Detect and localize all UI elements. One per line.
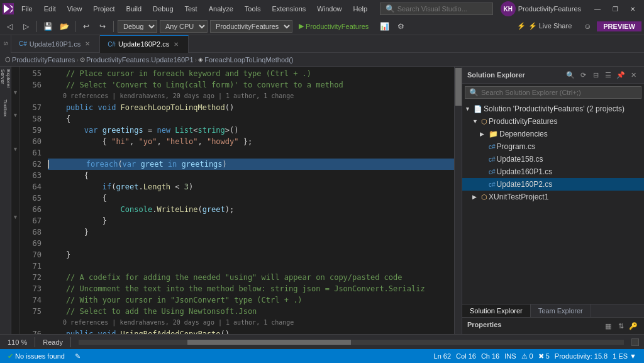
se-settings-icon[interactable]: ☰ bbox=[602, 69, 614, 81]
platform-select[interactable]: Any CPU bbox=[160, 20, 208, 33]
status-pencil[interactable]: ✎ bbox=[72, 349, 83, 363]
se-pin-icon[interactable]: 📌 bbox=[615, 69, 626, 81]
status-col[interactable]: Col 16 bbox=[453, 349, 479, 363]
maximize-button[interactable]: ❐ bbox=[606, 0, 624, 18]
se-search-box[interactable]: 🔍 bbox=[465, 86, 641, 99]
prop-key-icon[interactable]: 🔑 bbox=[628, 320, 639, 332]
menu-analyze[interactable]: Analyze bbox=[204, 4, 238, 14]
status-ch[interactable]: Ch 16 bbox=[479, 349, 502, 363]
server-explorer-toggle[interactable]: S bbox=[0, 35, 11, 53]
tree-update158-cs[interactable]: ▶ c# Update158.cs bbox=[462, 153, 644, 165]
menu-window[interactable]: Window bbox=[312, 4, 347, 14]
tab-update160p2[interactable]: C# Update160P2.cs ✕ bbox=[100, 35, 189, 53]
global-search-box[interactable]: 🔍 bbox=[380, 3, 493, 15]
run-button[interactable]: ▶ ProductivityFeatures bbox=[295, 21, 372, 31]
line-num-55: 55 bbox=[20, 68, 42, 79]
status-ready: Ready bbox=[40, 338, 65, 346]
code-line-ref1: 0 references | kendrahavens, 20 days ago… bbox=[48, 91, 454, 102]
undo-button[interactable]: ↩ bbox=[79, 20, 93, 33]
status-ins-mode[interactable]: INS bbox=[502, 349, 518, 363]
tab-team-explorer[interactable]: Team Explorer bbox=[531, 304, 591, 317]
menu-debug[interactable]: Debug bbox=[148, 4, 178, 14]
startup-project-select[interactable]: ProductivityFeatures bbox=[210, 20, 292, 33]
editor-scrollbar[interactable] bbox=[454, 67, 462, 334]
menu-project[interactable]: Project bbox=[88, 4, 119, 14]
menu-tools[interactable]: Tools bbox=[240, 4, 266, 14]
horizontal-scrollbar[interactable] bbox=[79, 340, 624, 345]
status-bar: ✔ No issues found ✎ Ln 62 Col 16 Ch 16 I… bbox=[0, 349, 644, 363]
project-status-label: Productivity: 15.8 bbox=[555, 352, 608, 360]
status-project-label[interactable]: Productivity: 15.8 bbox=[552, 349, 610, 363]
menu-view[interactable]: View bbox=[62, 4, 87, 14]
close-button[interactable]: ✕ bbox=[624, 0, 641, 18]
live-share-button[interactable]: ⚡ ⚡ Live Share bbox=[513, 22, 576, 30]
se-search-input[interactable] bbox=[481, 89, 637, 96]
window-controls: — ❐ ✕ bbox=[589, 0, 641, 18]
se-sync-icon[interactable]: ⟳ bbox=[577, 69, 589, 81]
breadcrumb-root[interactable]: ProductivityFeatures bbox=[12, 56, 75, 64]
minimize-button[interactable]: — bbox=[589, 0, 606, 18]
fold-btn-59[interactable]: ▼ bbox=[13, 112, 18, 118]
status-no-issues[interactable]: ✔ No issues found bbox=[5, 349, 67, 363]
code-editor[interactable]: // Place cursor in foreach keyword and t… bbox=[45, 67, 454, 334]
status-position[interactable]: Ln 62 bbox=[431, 349, 454, 363]
global-search-input[interactable] bbox=[397, 5, 486, 13]
menu-file[interactable]: File bbox=[16, 4, 38, 14]
fold-btn-62[interactable]: ▼ bbox=[13, 146, 18, 152]
tree-dependencies[interactable]: ▶ 📁 Dependencies bbox=[462, 128, 644, 140]
tab-update160p1[interactable]: C# Update160P1.cs ✕ bbox=[11, 35, 100, 53]
redo-button[interactable]: ↪ bbox=[96, 20, 109, 33]
se-search-icon[interactable]: 🔍 bbox=[565, 69, 576, 81]
status-warnings[interactable]: ⚠ 0 bbox=[519, 349, 536, 363]
tree-update160p1-cs[interactable]: ▶ c# Update160P1.cs bbox=[462, 165, 644, 178]
menu-edit[interactable]: Edit bbox=[39, 4, 61, 14]
fold-btn-76[interactable]: ▼ bbox=[13, 214, 18, 220]
prop-grid-icon[interactable]: ▦ bbox=[602, 320, 614, 332]
tab-close-2[interactable]: ✕ bbox=[172, 40, 180, 48]
editor-area[interactable]: ▼ ▼ ▼ ▼ 55 56 57 58 59 60 61 62 63 64 65… bbox=[11, 67, 462, 334]
tab-solution-explorer[interactable]: Solution Explorer bbox=[462, 304, 531, 317]
status-lang[interactable]: 1 ES ▼ bbox=[610, 349, 639, 363]
scrollbar-thumb-v[interactable] bbox=[455, 68, 462, 106]
feedback-button[interactable]: ☺ bbox=[580, 20, 594, 33]
back-button[interactable]: ◁ bbox=[3, 20, 16, 33]
debug-config-select[interactable]: Debug bbox=[118, 20, 157, 33]
status-errors[interactable]: ✖ 5 bbox=[536, 349, 552, 363]
se-search-icon-inner: 🔍 bbox=[469, 88, 479, 97]
status-text: No issues found bbox=[15, 352, 65, 360]
tree-program-cs[interactable]: ▶ c# Program.cs bbox=[462, 140, 644, 153]
tree-update160p2-cs[interactable]: ▶ c# Update160P2.cs bbox=[462, 178, 644, 191]
tree-solution[interactable]: ▼ 📄 Solution 'ProductivityFeatures' (2 p… bbox=[462, 103, 644, 115]
chevron-down-icon: ▼ bbox=[465, 106, 472, 112]
prop-sort-icon[interactable]: ⇅ bbox=[615, 320, 626, 332]
fold-btn-57[interactable]: ▼ bbox=[13, 89, 18, 96]
save-button[interactable]: 💾 bbox=[41, 20, 55, 33]
tree-xunit-project[interactable]: ▶ ⬡ XUnitTestProject1 bbox=[462, 191, 644, 203]
zoom-control[interactable]: 110 % bbox=[5, 338, 30, 346]
user-avatar: KH bbox=[501, 1, 516, 16]
line-num-ref1 bbox=[20, 91, 42, 102]
server-explorer-icon[interactable]: Server Explorer bbox=[1, 69, 11, 94]
menu-help[interactable]: Help bbox=[348, 4, 372, 14]
breadcrumb-class[interactable]: ProductivityFeatures.Update160P1 bbox=[86, 56, 194, 64]
diagnostics-button[interactable]: 📊 bbox=[377, 20, 391, 33]
menu-test[interactable]: Test bbox=[180, 4, 203, 14]
menu-extensions[interactable]: Extensions bbox=[267, 4, 311, 14]
preview-button[interactable]: PREVIEW bbox=[597, 21, 641, 31]
title-bar: File Edit View Project Build Debug Test … bbox=[0, 0, 644, 18]
tab-close-1[interactable]: ✕ bbox=[83, 40, 92, 48]
warning-count: 0 bbox=[530, 352, 533, 360]
menu-build[interactable]: Build bbox=[121, 4, 147, 14]
toolbox-icon[interactable]: Toolbox bbox=[1, 96, 11, 121]
se-collapse-icon[interactable]: ⊟ bbox=[590, 69, 601, 81]
chevron-right-icon-2: ▶ bbox=[472, 194, 480, 200]
settings-button[interactable]: ⚙ bbox=[394, 20, 408, 33]
tree-project-main[interactable]: ▼ ⬡ ProductivityFeatures bbox=[462, 115, 644, 128]
open-button[interactable]: 📂 bbox=[57, 20, 71, 33]
se-close-icon[interactable]: ✕ bbox=[628, 69, 639, 81]
forward-button[interactable]: ▷ bbox=[19, 20, 33, 33]
ins-label: INS bbox=[504, 352, 516, 360]
scrollbar-thumb-h[interactable] bbox=[187, 340, 351, 345]
breadcrumb-method[interactable]: ForeachLoopToLinqMethod() bbox=[204, 56, 293, 64]
search-icon: 🔍 bbox=[386, 4, 395, 13]
